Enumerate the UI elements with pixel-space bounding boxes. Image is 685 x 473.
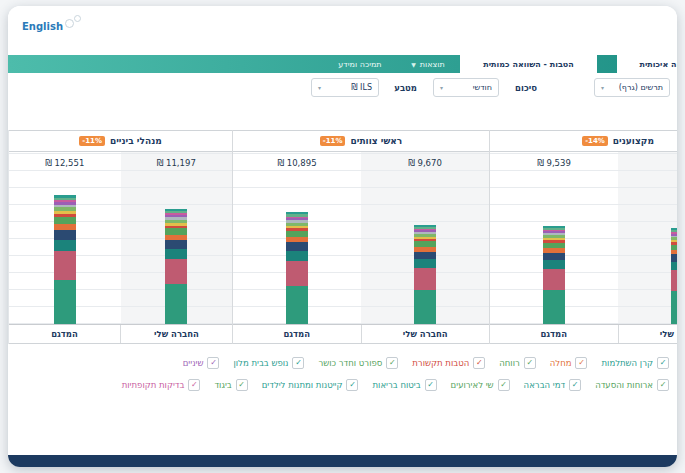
currency-select[interactable]: ₪ ILS ▾ [311, 78, 379, 97]
bar-segment [671, 254, 677, 261]
chart-panel-1: מנהלי ביניים-11%₪ 12,551₪ 11,197המדגםהחב… [8, 130, 233, 344]
bar-segment [671, 291, 677, 324]
legend-item[interactable]: ✓דמי הבראה [524, 379, 582, 391]
axis-label: החברה שלי [618, 325, 678, 343]
bar-segment [414, 252, 436, 260]
tab-results-label: תוצאות [420, 60, 445, 69]
legend-item[interactable]: ✓ארוחות והסעדה [595, 379, 669, 391]
checkbox-checked-icon[interactable]: ✓ [425, 379, 437, 391]
checkbox-checked-icon[interactable]: ✓ [386, 357, 398, 369]
legend-item[interactable]: ✓מחלה [550, 357, 588, 369]
bar-value-label: ₪ 12,551 [20, 158, 110, 168]
stacked-bar-sample[interactable] [54, 195, 76, 324]
bar-segment [165, 284, 187, 324]
checkbox-checked-icon[interactable]: ✓ [292, 357, 304, 369]
decorative-circle-icon [65, 19, 74, 28]
legend-item[interactable]: ✓ביגוד [214, 379, 247, 391]
legend-item[interactable]: ✓קייטנות ומתנות לילדים [262, 379, 359, 391]
legend-item[interactable]: ✓קרן השתלמות [601, 357, 669, 369]
bar-segment [54, 280, 76, 324]
legend-item[interactable]: ✓נופש בבית מלון [233, 357, 304, 369]
panel-axis: המדגםהחברה שלי [490, 324, 677, 344]
legend-label: מחלה [550, 358, 572, 368]
bar-segment [165, 240, 187, 249]
legend-item[interactable]: ✓שיניים [183, 357, 220, 369]
stacked-bar-my-company[interactable] [671, 228, 677, 324]
checkbox-checked-icon[interactable]: ✓ [498, 379, 510, 391]
checkbox-checked-icon[interactable]: ✓ [473, 357, 485, 369]
legend-row: ✓ארוחות והסעדה✓דמי הבראה✓שי לאירועים✓ביט… [16, 379, 669, 391]
legend-item[interactable]: ✓רווחה [499, 357, 536, 369]
axis-label: המדגם [233, 325, 361, 343]
bar-segment [414, 268, 436, 290]
tab-benefits-quantitative-comparison[interactable]: הטבות - השוואה כמותית [460, 55, 597, 73]
chart-type-select[interactable]: תרשים (גרף) ▾ [594, 78, 670, 97]
axis-label: החברה שלי [361, 325, 490, 343]
bar-segment [286, 242, 308, 251]
bar-value-label: ₪ 11,197 [131, 158, 221, 168]
bar-segment [54, 251, 76, 279]
legend-label: ספורט וחדר כושר [318, 358, 382, 368]
checkbox-checked-icon[interactable]: ✓ [657, 379, 669, 391]
axis-label: המדגם [490, 325, 618, 343]
summary-period-select[interactable]: חודשי ▾ [433, 78, 499, 97]
bar-segment [54, 217, 76, 224]
bar-segment [54, 240, 76, 251]
legend-label: קרן השתלמות [601, 358, 653, 368]
language-link[interactable]: English [22, 21, 63, 32]
stacked-bar-my-company[interactable] [414, 225, 436, 324]
chevron-down-icon: ▾ [318, 84, 321, 91]
bar-value-label: ₪ 10,895 [252, 158, 342, 168]
legend-label: רווחה [499, 358, 520, 368]
legend-label: הטבות תקשורת [412, 358, 469, 368]
checkbox-checked-icon[interactable]: ✓ [207, 357, 219, 369]
legend-label: ארוחות והסעדה [595, 380, 653, 390]
legend-item[interactable]: ✓שי לאירועים [451, 379, 510, 391]
panel-plot: ₪ 9,539 [490, 152, 677, 324]
stacked-bar-sample[interactable] [286, 212, 308, 324]
checkbox-checked-icon[interactable]: ✓ [188, 379, 200, 391]
panel-title: מנהלי ביניים [110, 136, 162, 146]
tab-results[interactable]: תוצאות ▼ [401, 55, 455, 73]
panel-title: ראשי צוותים [350, 136, 402, 146]
summary-label: סיכום [515, 83, 537, 93]
bar-segment [286, 286, 308, 325]
panel-plot: ₪ 12,551₪ 11,197 [9, 152, 232, 324]
checkbox-checked-icon[interactable]: ✓ [569, 379, 581, 391]
legend-label: ביטוח בריאות [372, 380, 420, 390]
chevron-down-icon: ▼ [411, 61, 416, 68]
panel-title: מקצוענים [613, 136, 654, 146]
stacked-bar-sample[interactable] [543, 226, 565, 324]
legend-item[interactable]: ✓הטבות תקשורת [412, 357, 485, 369]
currency-label: מטבע [394, 83, 417, 93]
tab-qualitative-comparison[interactable]: השוואה איכותית [617, 55, 677, 73]
bar-segment [54, 230, 76, 240]
panel-header: מנהלי ביניים-11% [9, 130, 232, 152]
checkbox-checked-icon[interactable]: ✓ [524, 357, 536, 369]
panel-plot: ₪ 10,895₪ 9,670 [233, 152, 489, 324]
legend-item[interactable]: ✓בדיקות תקופתיות [122, 379, 201, 391]
app-window: English השוואה איכותית הטבות - השוואה כמ… [8, 6, 677, 467]
bar-segment [543, 269, 565, 291]
checkbox-checked-icon[interactable]: ✓ [236, 379, 248, 391]
checkbox-checked-icon[interactable]: ✓ [657, 357, 669, 369]
stacked-bar-my-company[interactable] [165, 209, 187, 324]
chart-type-select-value: תרשים (גרף) [619, 83, 663, 92]
bar-segment [286, 251, 308, 261]
bar-segment [414, 259, 436, 268]
bar-segment [671, 262, 677, 270]
legend-item[interactable]: ✓ספורט וחדר כושר [318, 357, 398, 369]
footer-bar [8, 455, 677, 467]
checkbox-checked-icon[interactable]: ✓ [575, 357, 587, 369]
bar-segment [671, 270, 677, 291]
panel-header: מקצוענים-14% [490, 130, 677, 152]
bar-segment [286, 261, 308, 286]
currency-select-value: ₪ ILS [351, 83, 372, 92]
gridlines [233, 152, 489, 324]
chart-panel-2: ראשי צוותים-11%₪ 10,895₪ 9,670המדגםהחברה… [233, 130, 490, 344]
panel-axis: המדגםהחברה שלי [9, 324, 232, 344]
checkbox-checked-icon[interactable]: ✓ [346, 379, 358, 391]
tab-support-info[interactable]: תמיכה ומידע [325, 55, 395, 73]
legend-item[interactable]: ✓ביטוח בריאות [372, 379, 436, 391]
legend-label: נופש בבית מלון [233, 358, 288, 368]
